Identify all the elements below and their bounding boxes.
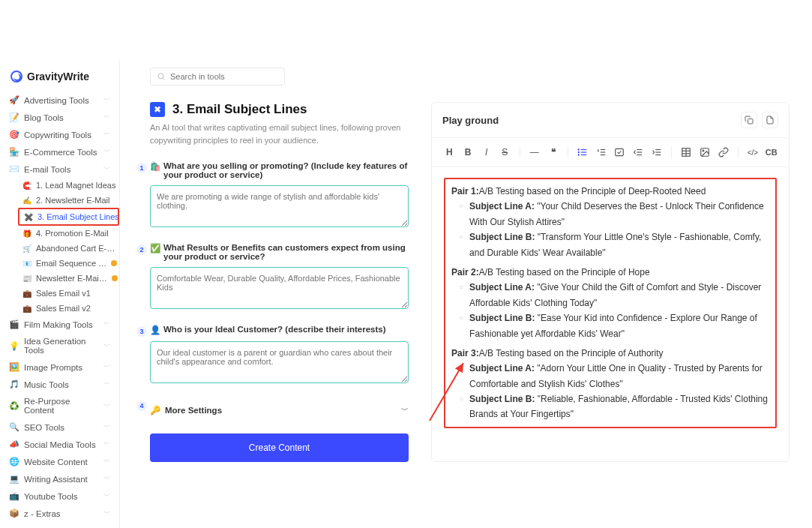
laptop-icon: 💻 [9,474,19,484]
bullet-list-button[interactable] [574,144,592,160]
sidebar-cat-extras[interactable]: 📦z - Extras﹀ [0,505,119,522]
field-selling: 1 🛍️What are you selling or promoting? (… [150,161,409,230]
bullet-icon: ○ [459,280,463,310]
sidebar-item-email-sequence[interactable]: 📧Email Sequence … [18,256,119,271]
sidebar: GravityWrite 🚀Advertising Tools﹀ 📝Blog T… [0,60,120,528]
magnet-icon: 🧲 [22,182,31,190]
indent-button[interactable] [648,144,665,160]
bullet-icon: ○ [459,310,463,341]
chevron-down-icon: ﹀ [103,147,110,157]
sidebar-item-newsletter2[interactable]: 📰Newsletter E-Mai… [18,271,119,286]
sidebar-cat-youtube[interactable]: 📺Youtube Tools﹀ [0,488,119,505]
sidebar-cat-website[interactable]: 🌐Website Content﹀ [0,453,119,470]
heading-button[interactable]: H [441,144,458,160]
ordered-list-button[interactable] [592,144,610,160]
output-line: ○Subject Line A: "Give Your Child the Gi… [451,280,769,310]
link-button[interactable] [715,144,732,160]
box-icon: 📦 [9,508,19,518]
bullet-list-icon [577,147,588,158]
sidebar-item-sales-v1[interactable]: 💼Sales Email v1 [18,286,119,301]
benefits-textarea[interactable]: Comfortable Wear, Durable Quality, Affor… [150,267,409,309]
sidebar-cat-music[interactable]: 🎵Music Tools﹀ [0,376,119,393]
chevron-down-icon: ﹀ [103,164,110,174]
toolbar-divider [671,146,672,158]
quote-button[interactable]: ❝ [544,144,562,160]
status-dot-icon [112,275,118,281]
outdent-button[interactable] [630,144,647,160]
ordered-list-icon [596,147,607,158]
mailseq-icon: 📧 [22,260,31,268]
create-content-button[interactable]: Create Content [150,434,409,462]
document-button[interactable] [762,112,778,128]
form-column: ✖ 3. Email Subject Lines An AI tool that… [150,102,409,462]
sidebar-cat-email[interactable]: ✉️E-mail Tools﹀ [0,160,119,178]
sidebar-cat-seo[interactable]: 🔍SEO Tools﹀ [0,418,119,436]
sidebar-item-subject-lines[interactable]: ✖️3. Email Subject Lines [18,208,119,226]
playground-title: Play ground [442,115,499,126]
sidebar-item-promotion[interactable]: 🎁4. Promotion E-Mail [18,226,119,241]
field-number-badge: 4 [136,400,147,411]
sidebar-item-sales-v2[interactable]: 💼Sales Email v2 [18,301,119,316]
sidebar-cat-blog[interactable]: 📝Blog Tools﹀ [0,109,119,126]
search-box[interactable] [150,68,285,86]
field-number-badge: 3 [136,326,147,337]
code-button[interactable]: </> [745,144,762,160]
sidebar-cat-idea[interactable]: 💡Idea Generation Tools﹀ [0,333,119,358]
note-icon: 📝 [9,112,19,122]
table-button[interactable] [678,144,695,160]
megaphone-icon: 📣 [9,440,19,449]
more-settings-label: More Settings [165,406,222,415]
selling-textarea[interactable]: We are promoting a wide range of stylish… [150,185,409,227]
globe-icon: 🌐 [9,457,19,466]
image-icon: 🖼️ [9,362,19,372]
search-icon [157,72,166,81]
customer-textarea[interactable]: Our ideal customer is a parent or guardi… [150,341,409,383]
output-area[interactable]: Pair 1:A/B Testing based on the Principl… [432,167,789,439]
briefcase-icon: 💼 [22,290,31,298]
output-line: ○Subject Line B: "Reliable, Fashionable,… [451,392,769,422]
chevron-down-icon: ﹀ [103,362,110,372]
sidebar-item-lead-magnet[interactable]: 🧲1. Lead Magnet Ideas [18,178,119,193]
person-icon: 👤 [150,325,160,335]
page-title-icon: ✖ [150,102,165,117]
svg-point-24 [703,150,704,152]
brand-name: GravityWrite [27,70,89,82]
sidebar-item-newsletter[interactable]: ✍️2. Newsletter E-Mail [18,193,119,208]
more-settings-toggle[interactable]: 🔑 More Settings ﹀ [150,399,409,422]
bag-icon: 🛍️ [150,161,160,179]
copy-button[interactable] [741,112,757,128]
bullet-icon: ○ [459,199,463,230]
link-icon [718,147,729,158]
italic-button[interactable]: I [478,144,495,160]
codeblock-button[interactable]: CB [763,144,780,160]
sidebar-cat-ecommerce[interactable]: 🏪E-Commerce Tools﹀ [0,143,119,160]
sidebar-cat-copywriting[interactable]: 🎯Copywriting Tools﹀ [0,126,119,143]
check-icon: ✅ [150,243,160,261]
search-input[interactable] [170,72,278,81]
sidebar-cat-image[interactable]: 🖼️Image Prompts﹀ [0,358,119,376]
svg-point-8 [578,154,579,155]
svg-point-6 [578,149,579,150]
indent-icon [652,147,662,158]
logo-icon [10,70,22,82]
sidebar-cat-film[interactable]: 🎬Film Making Tools﹀ [0,316,119,333]
chevron-down-icon: ﹀ [103,401,110,411]
strike-button[interactable]: S [496,144,514,160]
sidebar-cat-social[interactable]: 📣Social Media Tools﹀ [0,436,119,453]
svg-rect-2 [748,119,754,124]
brand-logo[interactable]: GravityWrite [0,64,119,92]
chevron-down-icon: ﹀ [103,508,110,518]
hr-button[interactable]: — [526,144,544,160]
sidebar-cat-repurpose[interactable]: ♻️Re-Purpose Content﹀ [0,393,119,418]
field-benefits: 2 ✅What Results or Benefits can customer… [150,243,409,311]
bold-button[interactable]: B [460,144,477,160]
sidebar-cat-writing[interactable]: 💻Writing Assistant﹀ [0,470,119,488]
sidebar-item-abandoned-cart[interactable]: 🛒Abandoned Cart E-… [18,241,119,256]
rocket-icon: 🚀 [9,95,19,105]
main-content: ✖ 3. Email Subject Lines An AI tool that… [120,60,812,528]
sidebar-cat-advertising[interactable]: 🚀Advertising Tools﹀ [0,92,119,109]
image-button[interactable] [697,144,714,160]
chevron-down-icon: ﹀ [103,474,110,484]
checklist-button[interactable] [611,144,628,160]
cart-icon: 🛒 [22,244,31,253]
